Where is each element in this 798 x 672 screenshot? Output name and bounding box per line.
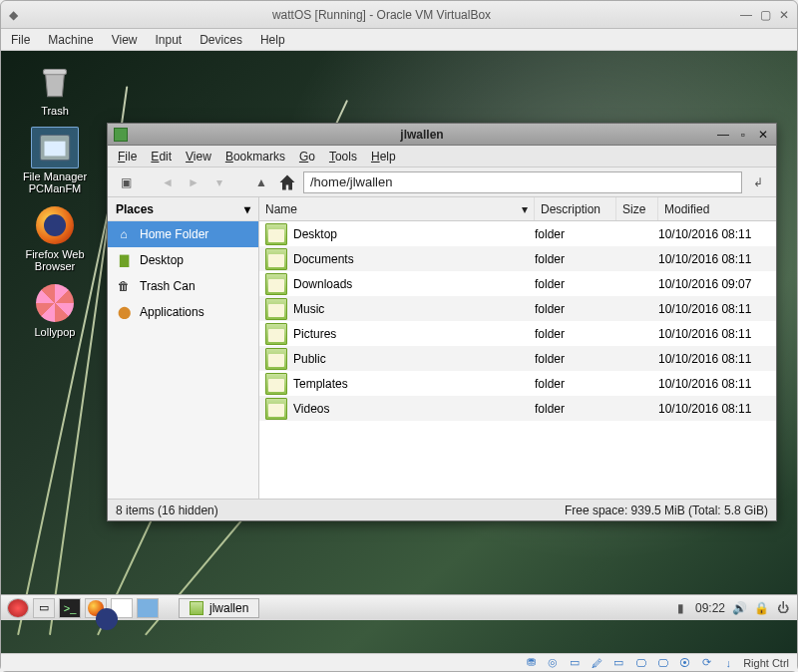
folder-icon: [265, 323, 287, 345]
close-icon[interactable]: ✕: [756, 128, 770, 142]
sidebar-item-desktop[interactable]: ▇ Desktop: [108, 247, 258, 273]
desktop-label: Firefox Web Browser: [11, 248, 99, 272]
desktop-icon-filemanager[interactable]: File Manager PCManFM: [11, 127, 99, 194]
workspace-2[interactable]: [137, 598, 159, 618]
fm-menu-edit[interactable]: Edit: [151, 150, 172, 164]
vbox-mouse-icon[interactable]: ↓: [721, 656, 735, 670]
logout-icon[interactable]: ⏻: [775, 600, 791, 616]
vbox-minimize-icon[interactable]: —: [740, 8, 752, 22]
file-desc: folder: [535, 227, 616, 241]
sidebar-item-apps[interactable]: ⬤ Applications: [108, 299, 258, 325]
vbox-menu-devices[interactable]: Devices: [200, 33, 242, 47]
file-name: Templates: [293, 377, 535, 391]
fm-menubar: File Edit View Bookmarks Go Tools Help: [108, 146, 776, 168]
vbox-display-icon[interactable]: 🖵: [655, 656, 669, 670]
fm-menu-view[interactable]: View: [186, 150, 211, 164]
file-desc: folder: [535, 252, 616, 266]
app-menu-button[interactable]: [7, 598, 29, 618]
file-modified: 10/10/2016 08:11: [658, 327, 776, 341]
sidebar-item-home[interactable]: ⌂ Home Folder: [108, 221, 258, 247]
show-desktop-button[interactable]: ▭: [33, 598, 55, 618]
vbox-menu-input[interactable]: Input: [156, 33, 183, 47]
rows-container[interactable]: Desktopfolder10/10/2016 08:11Documentsfo…: [259, 221, 776, 499]
fm-titlebar[interactable]: jlwallen — ▫ ✕: [108, 124, 776, 146]
table-row[interactable]: Musicfolder10/10/2016 08:11: [259, 296, 776, 321]
task-button-filemanager[interactable]: jlwallen: [179, 598, 259, 618]
fm-menu-go[interactable]: Go: [299, 150, 315, 164]
vbox-host-key[interactable]: Right Ctrl: [743, 657, 789, 669]
vbox-maximize-icon[interactable]: ▢: [760, 8, 771, 22]
file-desc: folder: [535, 377, 616, 391]
table-row[interactable]: Desktopfolder10/10/2016 08:11: [259, 221, 776, 246]
file-modified: 10/10/2016 08:11: [658, 377, 776, 391]
vbox-capture-icon[interactable]: ⦿: [677, 656, 691, 670]
table-row[interactable]: Documentsfolder10/10/2016 08:11: [259, 246, 776, 271]
table-row[interactable]: Publicfolder10/10/2016 08:11: [259, 346, 776, 371]
svg-rect-2: [45, 142, 66, 157]
vbox-network-icon[interactable]: ▭: [611, 656, 625, 670]
vbox-menubar: File Machine View Input Devices Help: [1, 29, 797, 51]
home-button[interactable]: [277, 172, 297, 192]
clock[interactable]: 09:22: [695, 601, 725, 615]
go-button[interactable]: ↲: [748, 172, 768, 192]
back-button[interactable]: ◄: [158, 172, 178, 192]
vbox-menu-file[interactable]: File: [11, 33, 30, 47]
vbox-usb-icon[interactable]: 🖉: [590, 656, 603, 670]
folder-icon: [265, 373, 287, 395]
fm-menu-bookmarks[interactable]: Bookmarks: [225, 150, 285, 164]
desktop-label: File Manager PCManFM: [11, 170, 99, 194]
task-label: jlwallen: [209, 601, 248, 615]
sidebar-item-label: Trash Can: [140, 279, 196, 293]
desktop-icon-lollypop[interactable]: Lollypop: [11, 282, 99, 338]
vbox-menu-help[interactable]: Help: [260, 33, 285, 47]
fm-file-list: Name ▾ Description Size Modified Desktop…: [259, 197, 776, 499]
sidebar-item-trash[interactable]: 🗑 Trash Can: [108, 273, 258, 299]
vbox-recording-icon[interactable]: ⟳: [699, 656, 713, 670]
column-description[interactable]: Description: [535, 197, 616, 220]
new-tab-button[interactable]: ▣: [116, 172, 136, 192]
column-modified[interactable]: Modified: [658, 197, 776, 220]
terminal-launcher[interactable]: >_: [59, 598, 81, 618]
up-button[interactable]: ▲: [251, 172, 271, 192]
vbox-shared-icon[interactable]: 🖵: [633, 656, 647, 670]
table-row[interactable]: Downloadsfolder10/10/2016 09:07: [259, 271, 776, 296]
sidebar-header[interactable]: Places ▾: [108, 197, 258, 221]
desktop-icon-trash[interactable]: Trash: [11, 61, 99, 117]
sidebar-header-label: Places: [116, 202, 154, 216]
firefox-launcher[interactable]: [85, 598, 107, 618]
vbox-menu-view[interactable]: View: [112, 33, 138, 47]
file-modified: 10/10/2016 08:11: [658, 302, 776, 316]
vbox-menu-machine[interactable]: Machine: [48, 33, 93, 47]
volume-icon[interactable]: 🔊: [731, 600, 747, 616]
vbox-optical-icon[interactable]: ◎: [546, 656, 560, 670]
table-row[interactable]: Templatesfolder10/10/2016 08:11: [259, 371, 776, 396]
maximize-icon[interactable]: ▫: [736, 128, 750, 142]
status-items: 8 items (16 hidden): [116, 504, 218, 517]
battery-icon[interactable]: ▮: [673, 600, 689, 616]
column-name[interactable]: Name ▾: [259, 197, 535, 220]
history-dropdown[interactable]: ▾: [209, 172, 229, 192]
file-desc: folder: [535, 327, 616, 341]
vbox-audio-icon[interactable]: ▭: [568, 656, 582, 670]
desktop-icon-firefox[interactable]: Firefox Web Browser: [11, 204, 99, 272]
table-row[interactable]: Videosfolder10/10/2016 08:11: [259, 396, 776, 421]
desktop-icons: Trash File Manager PCManFM Firefox Web B…: [11, 61, 99, 338]
column-size[interactable]: Size: [616, 197, 658, 220]
fm-menu-help[interactable]: Help: [371, 150, 396, 164]
table-row[interactable]: Picturesfolder10/10/2016 08:11: [259, 321, 776, 346]
sidebar-item-label: Desktop: [140, 253, 184, 267]
forward-button[interactable]: ►: [184, 172, 203, 192]
fm-menu-tools[interactable]: Tools: [329, 150, 357, 164]
column-headers: Name ▾ Description Size Modified: [259, 197, 776, 221]
guest-desktop[interactable]: Trash File Manager PCManFM Firefox Web B…: [1, 51, 797, 653]
fm-title: jlwallen: [134, 128, 710, 142]
file-desc: folder: [535, 402, 616, 416]
path-input[interactable]: [303, 171, 742, 193]
minimize-icon[interactable]: —: [716, 128, 730, 142]
vbox-hdd-icon[interactable]: ⛃: [524, 656, 538, 670]
lock-icon[interactable]: 🔒: [753, 600, 769, 616]
folder-icon: [114, 128, 128, 142]
firefox-icon: [31, 204, 79, 246]
vbox-close-icon[interactable]: ✕: [779, 8, 789, 22]
fm-menu-file[interactable]: File: [118, 150, 137, 164]
